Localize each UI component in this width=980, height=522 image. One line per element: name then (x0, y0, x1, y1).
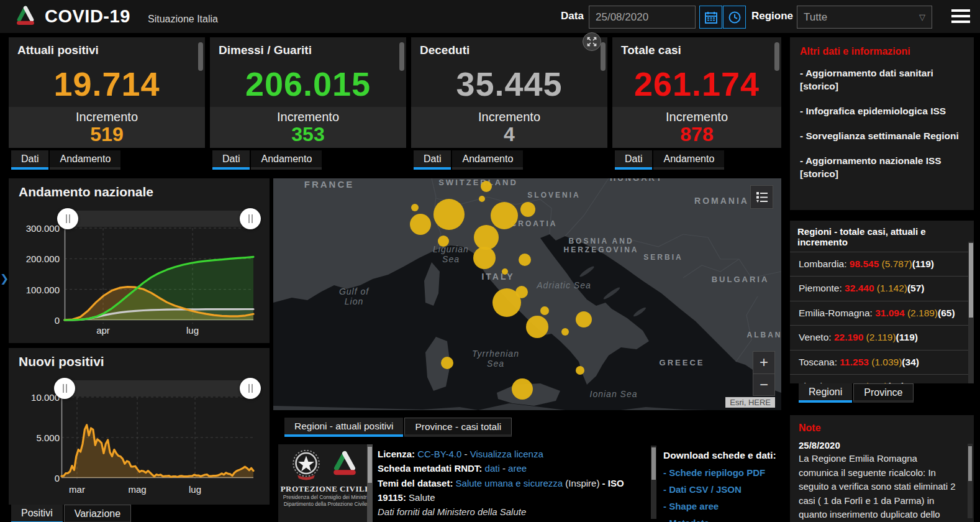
time-button[interactable] (723, 6, 746, 29)
download-link[interactable]: - Shape aree (663, 498, 781, 515)
legend-button[interactable] (750, 185, 773, 209)
map-bubble[interactable] (433, 199, 465, 230)
salute-umana-link[interactable]: Salute umana e sicurezza (456, 478, 563, 488)
region-increment: (119) (912, 259, 934, 269)
other-data-link[interactable]: - Sorveglianza settimanale Regioni (800, 130, 964, 143)
map-bubble[interactable] (481, 181, 492, 192)
other-data-link[interactable]: - Aggiornamento nazionale ISS [storico] (800, 155, 964, 181)
increment-value: 878 (612, 124, 781, 144)
map-bubble[interactable] (576, 311, 592, 327)
region-total: 98.545 (847, 259, 882, 269)
region-select[interactable]: Tutte ▽ (797, 6, 932, 29)
zoom-out-button[interactable]: − (753, 374, 774, 396)
map-bubble[interactable] (526, 316, 548, 338)
zoom-in-button[interactable]: + (753, 352, 774, 374)
card-scrollbar[interactable] (399, 42, 404, 71)
map-bubble[interactable] (473, 247, 496, 269)
card-scrollbar[interactable] (601, 42, 606, 71)
tab-dati[interactable]: Dati (11, 150, 48, 170)
map-bubble[interactable] (561, 328, 569, 336)
map-bubble[interactable] (410, 214, 431, 235)
tab-dati[interactable]: Dati (212, 150, 250, 170)
tab-andamento[interactable]: Andamento (50, 150, 120, 170)
expand-icon (587, 37, 597, 47)
expand-button[interactable] (583, 32, 601, 51)
tab-province[interactable]: Province (853, 383, 913, 403)
map-bubble[interactable] (576, 366, 584, 375)
other-data-link[interactable]: - Infografica epidemiologica ISS (800, 105, 964, 118)
tab-dati[interactable]: Dati (414, 150, 451, 170)
andamento-chart (65, 228, 253, 320)
menu-button[interactable] (951, 9, 970, 24)
download-title: Download schede e dati: (663, 447, 781, 464)
panel-expander-chevron[interactable]: ❯ (0, 272, 9, 285)
time-range-slider[interactable] (65, 211, 253, 227)
protezione-civile-logo-icon (329, 448, 361, 483)
map-bubble[interactable] (520, 202, 535, 217)
map-bubble[interactable] (502, 268, 508, 275)
date-input[interactable] (589, 6, 696, 29)
metadata-label: Scheda metadati RNDT: (378, 463, 482, 474)
tab-positivi[interactable]: Positivi (11, 505, 63, 522)
region-current: (2.119) (866, 332, 896, 342)
card-title: Totale casi (621, 44, 681, 57)
tab-andamento[interactable]: Andamento (653, 150, 724, 170)
region-increment: (34) (902, 357, 919, 367)
region-label: Regione (751, 10, 793, 22)
footer-scrollbar[interactable] (651, 446, 656, 519)
region-name: Piemonte: (799, 283, 842, 293)
slider-handle-right[interactable] (240, 208, 261, 229)
y-tick: 0 (14, 473, 60, 483)
calendar-button[interactable] (699, 6, 722, 29)
note-scrollbar[interactable] (968, 444, 973, 518)
tab-regioni[interactable]: Regioni (799, 383, 852, 403)
map-bubble[interactable] (519, 254, 531, 266)
slider-handle-right[interactable] (240, 378, 261, 399)
tab-dati[interactable]: Dati (615, 150, 652, 170)
card-scrollbar[interactable] (774, 42, 779, 71)
download-link[interactable]: - Metadata (663, 515, 781, 522)
map-bubble[interactable] (540, 306, 549, 315)
tab-variazione[interactable]: Variazione (64, 505, 131, 522)
download-link[interactable]: - Schede riepilogo PDF (663, 464, 781, 481)
view-license-link[interactable]: Visualizza licenza (470, 449, 543, 459)
card-title: Dimessi / Guariti (219, 44, 312, 57)
card-deceduti: Deceduti 35.445 Incremento4 DatiAndament… (411, 37, 607, 148)
tab-regioni-attuali-positivi[interactable]: Regioni - attuali positivi (284, 418, 403, 437)
map-bubble[interactable] (491, 202, 518, 229)
logo-scrollbar[interactable] (367, 444, 373, 522)
slider-handle-left[interactable] (57, 208, 78, 229)
y-tick: 100.000 (14, 285, 60, 295)
tab-province-casi-totali[interactable]: Province - casi totali (404, 418, 512, 437)
italy-map[interactable]: FRANCESWITZERLANDHUNGARYSLOVENIACROATIAB… (273, 178, 781, 410)
y-tick: 200.000 (14, 254, 60, 264)
card-scrollbar[interactable] (198, 42, 203, 71)
region-increment: (57) (907, 283, 925, 293)
map-bubble[interactable] (512, 378, 533, 400)
time-range-slider[interactable] (61, 380, 253, 396)
slider-handle-left[interactable] (54, 378, 75, 399)
aree-link[interactable]: aree (508, 463, 527, 474)
map-bubble[interactable] (441, 357, 453, 369)
other-data-link[interactable]: - Aggiornamento dati sanitari [storico] (800, 67, 964, 93)
tab-andamento[interactable]: Andamento (251, 150, 322, 170)
map-bubble[interactable] (479, 196, 485, 202)
map-zoom-controls: + − (753, 351, 775, 396)
tab-andamento[interactable]: Andamento (452, 150, 523, 170)
download-link[interactable]: - Dati CSV / JSON (663, 481, 781, 498)
regions-scrollbar[interactable] (968, 242, 974, 383)
map-bubble[interactable] (515, 286, 528, 298)
map-bubble[interactable] (438, 236, 449, 247)
region-row: Emilia-Romagna: 31.094 (2.189)(65) (790, 301, 974, 325)
y-tick: 10.000 (14, 392, 60, 403)
increment-value: 519 (9, 124, 205, 144)
chevron-down-icon: ▽ (919, 6, 925, 28)
map-bubble[interactable] (474, 225, 499, 250)
region-increment: (119) (896, 332, 918, 342)
card-value: 19.714 (9, 65, 205, 103)
dati-link[interactable]: dati (485, 463, 500, 474)
license-link[interactable]: CC-BY-4.0 (417, 449, 461, 459)
map-bubble[interactable] (411, 204, 419, 211)
header-bar: COVID-19 Situazione Italia Data Regione … (0, 0, 980, 34)
card-title: Deceduti (420, 44, 470, 57)
